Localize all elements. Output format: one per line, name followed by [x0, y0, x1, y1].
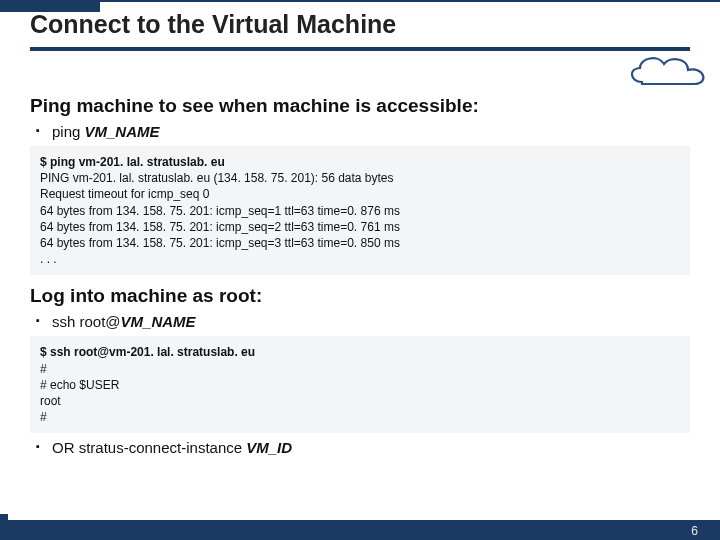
title-area: Connect to the Virtual Machine: [0, 2, 720, 39]
code-line: 64 bytes from 134. 158. 75. 201: icmp_se…: [40, 235, 680, 251]
code-block-ping: $ ping vm-201. lal. stratuslab. eu PING …: [30, 146, 690, 275]
footer-bar: [0, 520, 720, 540]
slide-body: Ping machine to see when machine is acce…: [0, 51, 720, 456]
code-line: #: [40, 409, 680, 425]
code-line: root: [40, 393, 680, 409]
bullet-placeholder: VM_NAME: [85, 123, 160, 140]
bullet-or-connect: OR stratus-connect-instance VM_ID: [30, 439, 690, 456]
code-line: PING vm-201. lal. stratuslab. eu (134. 1…: [40, 170, 680, 186]
section-heading-ssh: Log into machine as root:: [30, 285, 690, 307]
code-line: Request timeout for icmp_seq 0: [40, 186, 680, 202]
bullet-text: ssh root@: [52, 313, 121, 330]
slide-title: Connect to the Virtual Machine: [30, 10, 690, 39]
bullet-text: OR stratus-connect-instance: [52, 439, 246, 456]
bullet-placeholder: VM_ID: [246, 439, 292, 456]
bullet-ssh: ssh root@VM_NAME: [30, 313, 690, 330]
code-block-ssh: $ ssh root@vm-201. lal. stratuslab. eu #…: [30, 336, 690, 433]
code-cmd: $ ping vm-201. lal. stratuslab. eu: [40, 154, 680, 170]
code-line: 64 bytes from 134. 158. 75. 201: icmp_se…: [40, 203, 680, 219]
code-line: #: [40, 361, 680, 377]
code-line: 64 bytes from 134. 158. 75. 201: icmp_se…: [40, 219, 680, 235]
code-line: # echo $USER: [40, 377, 680, 393]
section-heading-ping: Ping machine to see when machine is acce…: [30, 95, 690, 117]
page-number: 6: [691, 524, 698, 538]
slide: Connect to the Virtual Machine Ping mach…: [0, 0, 720, 540]
bullet-text: ping: [52, 123, 85, 140]
cloud-icon: [624, 50, 714, 94]
bullet-ping: ping VM_NAME: [30, 123, 690, 140]
code-cmd: $ ssh root@vm-201. lal. stratuslab. eu: [40, 344, 680, 360]
top-accent-bar: [0, 2, 100, 12]
code-line: . . .: [40, 251, 680, 267]
bullet-placeholder: VM_NAME: [121, 313, 196, 330]
